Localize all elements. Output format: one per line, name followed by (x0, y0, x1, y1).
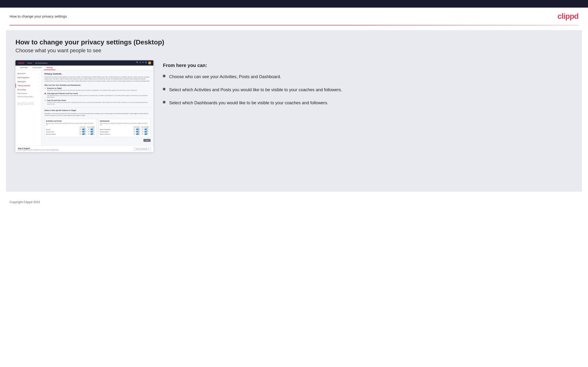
sidebar-label-account: My Account (17, 73, 26, 74)
screenshot-sidebar: My Account › Data Integrations › Subscri… (16, 70, 42, 146)
radio-everyone: Everyone on Clippd Everyone on Clippd ca… (44, 87, 151, 91)
screenshot-nav-icons: 🔍 ⊞ ⚙ 🌐 (136, 61, 151, 64)
sidebar-label-data: Data Integrations (17, 77, 29, 78)
toggle-workOn-coaches (136, 133, 140, 135)
toggle-insights-followers (144, 131, 148, 133)
activities-table: Activities and Posts Select the types of… (44, 119, 96, 137)
chevron-icon: › (39, 73, 40, 74)
footer-text: Copyright Clippd 2022 (9, 200, 40, 204)
screenshot-column: clippd Home My Performance 🔍 ⊞ ⚙ 🌐 My Pr… (16, 60, 153, 152)
sidebar-item-account: My Account › (16, 72, 41, 75)
header-title: How to change your privacy settings (9, 14, 67, 18)
save-wrap: Save (44, 139, 151, 142)
followers-header: FOLLOWERS (87, 126, 95, 128)
sidebar-label-policy: Service & Privacy Policy (17, 96, 33, 97)
dashboards-table: Dashboards Select the types of activity … (98, 119, 151, 137)
bullet-list: Choose who can see your Activities, Post… (163, 74, 572, 106)
row-player-dashboard: Player Dashboard ON ON (100, 128, 149, 130)
bullet-text-1: Choose who can see your Activities, Post… (169, 74, 281, 80)
page-heading: How to change your privacy settings (Des… (16, 39, 572, 46)
ext-icon: ↗ (33, 96, 34, 97)
sidebar-label-golf-bag: My Golf Bag (17, 89, 26, 91)
toggle-workOn-followers (144, 133, 148, 135)
chevron-icon: › (39, 85, 40, 86)
grid-icon: ⊞ (140, 61, 141, 64)
radio-group-visibility: Everyone on Clippd Everyone on Clippd ca… (44, 87, 151, 105)
toggle-manual-followers (90, 133, 94, 135)
toggle-tables: Activities and Posts Select the types of… (44, 119, 151, 137)
screenshot-content: Privacy Controls Control how you and you… (42, 70, 153, 146)
footer: Copyright Clippd 2022 (0, 196, 588, 208)
logo: clippd (558, 12, 579, 21)
page-subheading: Choose what you want people to see (16, 48, 572, 54)
toggle-manual-coaches (82, 133, 86, 135)
radio-circle-selected (44, 93, 46, 94)
toggle-drills-coaches (82, 131, 86, 133)
radio-followers-content: Only Approved Followers and Your Coach O… (47, 93, 151, 98)
toggle-drills-followers (90, 131, 94, 133)
radio-everyone-content: Everyone on Clippd Everyone on Clippd ca… (47, 87, 137, 91)
bullet-text-3: Select which Dashboards you would like t… (169, 100, 328, 106)
sidebar-item-privacy: Privacy Controls › (16, 83, 41, 88)
screenshot-tabs: My Profile Connections Settings (16, 66, 153, 70)
row-what-to-work-on: What To Work On ON ON (100, 133, 149, 135)
bullet-square-2 (163, 88, 165, 90)
chevron-icon: › (39, 77, 40, 78)
ext-link-icon: ↗ (148, 148, 149, 150)
followers-header: FOLLOWERS (141, 126, 149, 128)
radio-circle (44, 100, 46, 101)
help-text: Help & Support Visit the Clippd communit… (18, 148, 59, 150)
bullet-item-3: Select which Dashboards you would like t… (163, 100, 572, 106)
screenshot-logo: clippd (18, 62, 24, 64)
toggle-player-coaches (136, 128, 140, 130)
tab-my-profile: My Profile (18, 66, 30, 70)
screenshot-body: My Account › Data Integrations › Subscri… (16, 70, 153, 146)
activities-sub: Select the types of activity that you'd … (46, 123, 95, 125)
screenshot-help: Help & Support Visit the Clippd communit… (16, 146, 153, 152)
activities-title: Activities and Posts (46, 120, 95, 122)
toggle-rounds-followers (90, 128, 94, 130)
screenshot-nav-home: Home (28, 62, 32, 64)
sidebar-label-privacy: Privacy Controls (18, 85, 30, 86)
row-practice-drills: Practice Drills ON ON (46, 131, 95, 133)
sidebar-label-subscription: Subscription (17, 81, 26, 83)
save-button[interactable]: Save (143, 139, 151, 142)
bullet-square-1 (163, 75, 165, 77)
activities-header: COACHES FOLLOWERS (46, 126, 95, 128)
dashboards-header: COACHES FOLLOWERS (100, 126, 149, 128)
row-manual-activities: Manual Activities ON ON (46, 133, 95, 135)
show-hide-desc: Regardless of the privacy controls that … (44, 113, 151, 117)
bullet-text-2: Select which Activities and Posts you wo… (169, 87, 342, 93)
two-column-layout: clippd Home My Performance 🔍 ⊞ ⚙ 🌐 My Pr… (16, 60, 572, 152)
bullet-item-2: Select which Activities and Posts you wo… (163, 87, 572, 93)
visit-community-button[interactable]: Visit Our Community ↗ (133, 147, 151, 150)
sidebar-label-help: Help & Support (17, 93, 27, 94)
bullet-item-1: Choose who can see your Activities, Post… (163, 74, 572, 80)
from-here-title: From here you can: (163, 63, 572, 68)
coaches-header: COACHES (132, 126, 141, 128)
ext-icon: ↗ (28, 93, 28, 94)
screenshot-nav: clippd Home My Performance 🔍 ⊞ ⚙ 🌐 (16, 60, 153, 66)
radio-circle (44, 88, 46, 89)
screenshot-mockup: clippd Home My Performance 🔍 ⊞ ⚙ 🌐 My Pr… (16, 60, 153, 152)
tab-connections: Connections (30, 66, 44, 70)
radio-coach-content: Only You and Your Coach Only you and the… (47, 100, 151, 105)
tab-settings: Settings (44, 66, 55, 70)
coaches-header: COACHES (78, 126, 87, 128)
section-title-visibility: Who Can See Your Activities and Dashboar… (44, 84, 151, 86)
content-description: Control how you and your data appears to… (44, 76, 151, 82)
screenshot-nav-performance: My Performance (35, 62, 47, 64)
dashboards-sub: Select the types of activity that you'd … (100, 123, 149, 125)
avatar (148, 61, 151, 64)
toggle-rounds-coaches (82, 128, 86, 130)
chevron-icon: › (39, 81, 40, 83)
settings-icon: ⚙ (142, 61, 144, 64)
toggle-player-followers (144, 128, 148, 130)
sidebar-item-data: Data Integrations › (16, 75, 41, 80)
sidebar-link-help: Help & Support ↗ (16, 92, 41, 95)
content-title: Privacy Controls (44, 73, 151, 75)
top-bar (0, 0, 588, 8)
sidebar-version: Clippd Client Version: 2022.8.2SQL Serve… (16, 101, 41, 106)
sidebar-item-golf-bag: My Golf Bag › (16, 88, 41, 92)
row-rounds: Rounds ON ON (46, 128, 95, 130)
